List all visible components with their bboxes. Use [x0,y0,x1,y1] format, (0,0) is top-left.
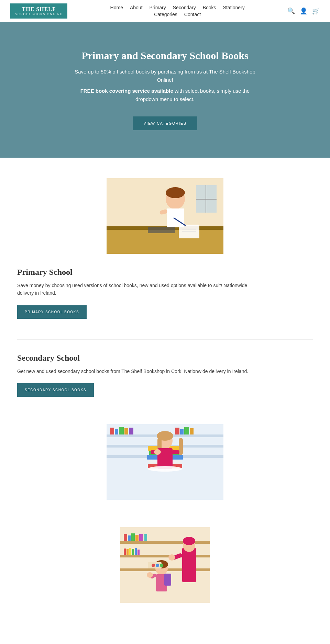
nav-contact[interactable]: Contact [184,12,201,17]
nav-primary[interactable]: Primary [150,5,166,10]
nav-secondary[interactable]: Secondary [173,5,196,10]
svg-point-73 [152,564,155,567]
svg-rect-69 [164,574,171,586]
svg-rect-54 [144,534,147,541]
hero-section: Primary and Secondary School Books Save … [0,22,330,158]
svg-rect-21 [110,428,114,434]
nav-home[interactable]: Home [110,5,123,10]
logo-subtitle: SCHOOLBOOKS ONLINE [15,12,63,16]
nav-stationery[interactable]: Stationery [223,5,245,10]
svg-point-8 [166,187,185,198]
search-button[interactable]: 🔍 [287,7,295,15]
nav-about[interactable]: About [130,5,143,10]
svg-point-65 [168,554,175,561]
hero-description1: Save up to 50% off school books by purch… [69,68,261,84]
svg-rect-25 [129,428,133,434]
nav-books[interactable]: Books [203,5,216,10]
svg-rect-28 [184,427,189,434]
cart-button[interactable]: 🛒 [312,7,320,15]
svg-point-74 [156,564,159,567]
nav-icons: 🔍 👤 🛒 [287,7,320,15]
svg-rect-61 [182,548,196,582]
primary-section-description: Save money by choosing used versions of … [17,282,251,297]
svg-point-75 [160,564,163,567]
navigation: THE SHELF SCHOOLBOOKS ONLINE Home About … [0,0,330,22]
logo[interactable]: THE SHELF SCHOOLBOOKS ONLINE [10,3,67,19]
secondary-school-books-button[interactable]: SECONDARY SCHOOL BOOKS [17,383,94,397]
svg-rect-26 [175,428,179,434]
secondary-section-title: Secondary School [17,353,313,363]
svg-rect-56 [126,549,129,555]
svg-rect-59 [135,548,137,555]
secondary-section: Secondary School Get new and used second… [0,340,330,417]
logo-title: THE SHELF [15,6,63,12]
cart-icon: 🛒 [312,8,320,14]
svg-rect-49 [124,534,127,541]
svg-rect-27 [180,429,184,434]
primary-school-books-button[interactable]: PRIMARY SCHOOL BOOKS [17,305,87,319]
svg-rect-6 [107,230,223,254]
secondary-image-container [0,417,330,520]
hero-title: Primary and Secondary School Books [7,50,323,61]
svg-rect-57 [129,548,131,555]
svg-rect-23 [119,427,124,434]
primary-school-image [107,178,223,254]
svg-rect-52 [135,535,139,541]
stationery-image [120,527,210,603]
svg-rect-55 [124,549,126,555]
svg-rect-4 [196,199,217,200]
svg-rect-46 [120,541,210,544]
view-categories-button[interactable]: VIEW CATEGORIES [133,116,198,130]
primary-section: Primary School Save money by choosing us… [0,254,330,339]
nav-links: Home About Primary Secondary Books Stati… [67,5,287,17]
secondary-school-image [107,424,223,500]
primary-image-container [0,158,330,254]
svg-rect-53 [139,534,143,541]
login-icon: 👤 [300,8,307,14]
svg-rect-22 [115,429,118,434]
secondary-section-description: Get new and used secondary school books … [17,368,251,375]
hero-free-text: FREE book covering service available [80,88,173,94]
svg-rect-41 [172,450,179,454]
svg-rect-47 [120,555,210,557]
svg-point-42 [154,449,161,455]
nav-row-1: Home About Primary Secondary Books Stati… [110,5,245,10]
primary-section-title: Primary School [17,268,313,277]
svg-rect-24 [124,428,128,434]
hero-description2: FREE book covering service available wit… [69,87,261,103]
svg-rect-58 [132,549,134,555]
svg-rect-29 [190,428,194,434]
svg-rect-51 [131,533,135,541]
nav-row-2: Categories Contact [154,12,201,17]
svg-rect-60 [138,550,140,555]
svg-point-63 [183,537,195,545]
svg-rect-11 [148,227,175,233]
svg-rect-9 [167,208,184,227]
search-icon: 🔍 [287,8,295,14]
nav-categories[interactable]: Categories [154,12,177,17]
svg-point-71 [147,572,153,578]
svg-rect-50 [128,535,131,541]
login-button[interactable]: 👤 [300,7,307,15]
stationery-image-container [0,520,330,617]
